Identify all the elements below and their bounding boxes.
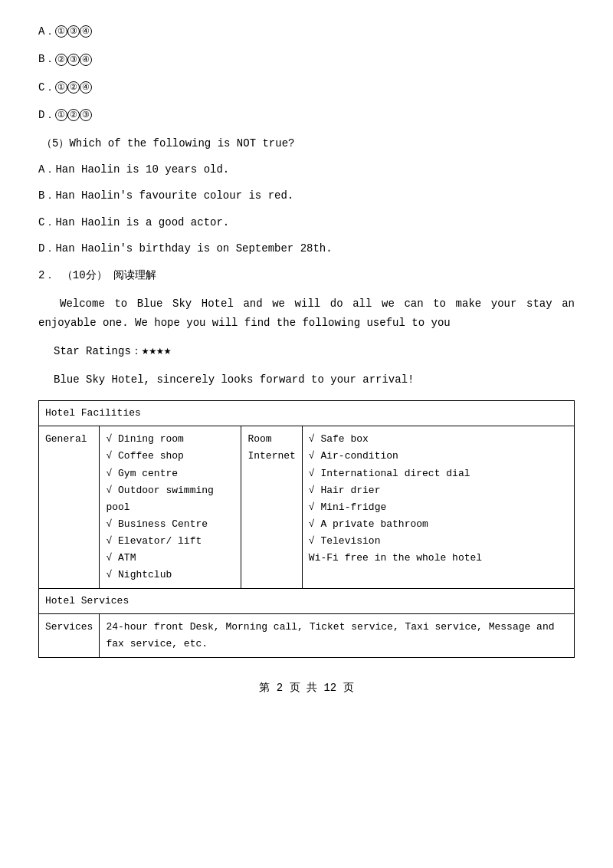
general-item-4: √ Outdoor swimming pool (106, 482, 234, 516)
page-content: A．①③④ B．②③④ C．①②④ D．①②③ （5）Which of the … (38, 23, 575, 695)
room-item-1: √ Safe box (309, 431, 568, 448)
question-5: （5）Which of the following is NOT true? (41, 135, 575, 152)
circle-1d: ① (55, 109, 67, 121)
general-item-7: √ ATM (106, 550, 234, 567)
option-a1-label: A． (38, 25, 55, 38)
answer-5a: A．Han Haolin is 10 years old. (38, 161, 575, 178)
answer-5a-text: A．Han Haolin is 10 years old. (38, 163, 229, 176)
circle-2c: ② (67, 81, 80, 94)
intro-text: Welcome to Blue Sky Hotel and we will do… (38, 298, 575, 329)
answer-5c: C．Han Haolin is a good actor. (38, 214, 575, 231)
room-item-8: Wi-Fi free in the whole hotel (309, 550, 568, 567)
question-5-number: （5） (41, 137, 69, 150)
room-item-6: √ A private bathroom (309, 516, 568, 533)
section-2-number: 2． (38, 269, 55, 281)
circle-1a: ① (55, 25, 67, 38)
room-item-2: √ Air-condition (309, 448, 568, 465)
welcome-message: Blue Sky Hotel, sincerely looks forward … (54, 371, 575, 388)
general-item-3: √ Gym centre (106, 465, 234, 482)
general-item-5: √ Business Centre (106, 516, 234, 533)
option-c1-label: C． (38, 81, 55, 94)
option-b1-label: B． (38, 53, 55, 65)
general-item-6: √ Elevator/ lift (106, 533, 234, 550)
col-general-content: √ Dining room √ Coffee shop √ Gym centre… (100, 426, 241, 589)
room-label-text: Room (247, 431, 295, 448)
intro-paragraph: Welcome to Blue Sky Hotel and we will do… (38, 294, 575, 333)
services-label: Services (39, 614, 100, 658)
room-item-5: √ Mini-fridge (309, 499, 568, 516)
circle-4a: ④ (80, 25, 92, 38)
room-item-3: √ International direct dial (309, 465, 568, 482)
star-icons: ★★★★ (142, 344, 172, 358)
table-col-header-row: General √ Dining room √ Coffee shop √ Gy… (39, 426, 575, 589)
internet-label-text: Internet (247, 448, 295, 465)
circle-3b: ③ (67, 54, 80, 66)
circle-1c: ① (55, 81, 67, 94)
option-c1: C．①②④ (38, 79, 575, 96)
option-a1: A．①③④ (38, 23, 575, 40)
answer-5b-text: B．Han Haolin's favourite colour is red. (38, 189, 293, 202)
services-row: Services 24-hour front Desk, Morning cal… (39, 614, 575, 658)
room-item-4: √ Hair drier (309, 482, 568, 499)
circle-2b: ② (55, 54, 67, 66)
circle-4b: ④ (80, 54, 92, 66)
table-header-row-1: Hotel Facilities (39, 401, 575, 426)
table-header-row-2: Hotel Services (39, 589, 575, 614)
answer-5b: B．Han Haolin's favourite colour is red. (38, 187, 575, 204)
option-b1: B．②③④ (38, 51, 575, 67)
answer-5d-text: D．Han Haolin's birthday is on September … (38, 242, 333, 255)
section-2-score: （10分） (62, 269, 107, 281)
option-d1: D．①②③ (38, 107, 575, 123)
answer-5c-text: C．Han Haolin is a good actor. (38, 216, 229, 229)
circle-3d: ③ (80, 109, 92, 121)
general-item-1: √ Dining room (106, 431, 234, 448)
hotel-facilities-header: Hotel Facilities (39, 401, 575, 426)
hotel-facilities-table: Hotel Facilities General √ Dining room √… (38, 400, 575, 658)
question-5-text: Which of the following is NOT true? (69, 137, 294, 150)
page-footer: 第 2 页 共 12 页 (38, 681, 575, 695)
page-footer-text: 第 2 页 共 12 页 (259, 682, 353, 694)
services-content: 24-hour front Desk, Morning call, Ticket… (100, 614, 575, 658)
option-d1-label: D． (38, 109, 55, 121)
hotel-services-header: Hotel Services (39, 589, 575, 614)
answer-5d: D．Han Haolin's birthday is on September … (38, 240, 575, 257)
circle-4c: ④ (80, 81, 92, 94)
circle-2d: ② (67, 109, 80, 121)
circle-3a: ③ (67, 25, 80, 38)
star-rating-label: Star Ratings： (54, 345, 142, 357)
col-room-content: √ Safe box √ Air-condition √ Internation… (302, 426, 574, 589)
room-item-7: √ Television (309, 533, 568, 550)
welcome-text: Blue Sky Hotel, sincerely looks forward … (54, 373, 414, 386)
section-2-name: 阅读理解 (113, 269, 156, 281)
col-general-label: General (39, 426, 100, 589)
star-rating-line: Star Ratings：★★★★ (54, 342, 575, 362)
col-room-label: Room Internet (241, 426, 302, 589)
general-item-8: √ Nightclub (106, 567, 234, 584)
general-item-2: √ Coffee shop (106, 448, 234, 465)
section-2-title: 2． （10分） 阅读理解 (38, 267, 575, 284)
